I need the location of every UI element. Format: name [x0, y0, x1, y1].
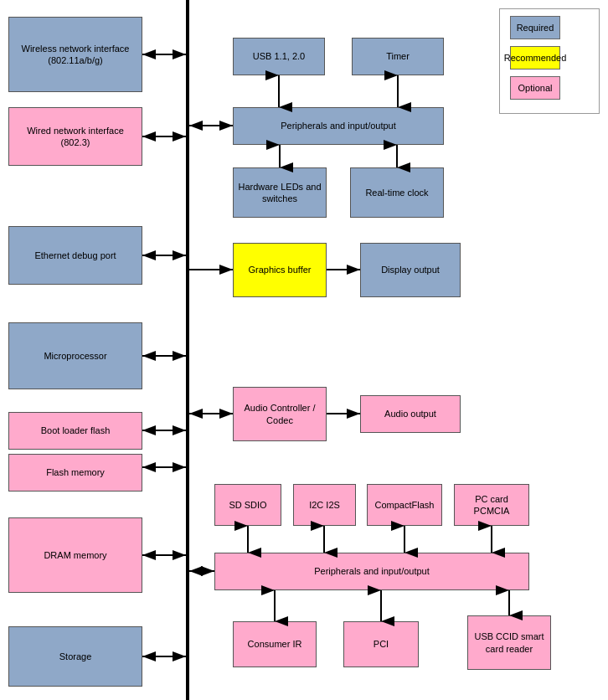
audio-controller-block: Audio Controller / Codec	[233, 387, 327, 441]
legend-box-recommended: Recommended	[510, 46, 560, 69]
legend-box-optional: Optional	[510, 76, 560, 100]
audio-output-block: Audio output	[360, 395, 461, 433]
hardware-leds-block: Hardware LEDs and switches	[233, 167, 327, 218]
ethernet-debug-block: Ethernet debug port	[8, 226, 142, 285]
peripherals-top-block: Peripherals and input/output	[233, 107, 444, 145]
legend-recommended: Recommended	[510, 46, 589, 69]
graphics-buffer-block: Graphics buffer	[233, 243, 327, 297]
dram-memory-block: DRAM memory	[8, 517, 142, 593]
usb-ccid-block: USB CCID smart card reader	[467, 615, 551, 670]
timer-block: Timer	[352, 38, 444, 75]
display-output-block: Display output	[360, 243, 461, 297]
usb-block: USB 1.1, 2.0	[233, 38, 325, 75]
microprocessor-block: Microprocessor	[8, 322, 142, 389]
storage-block: Storage	[8, 626, 142, 687]
legend-box-required: Required	[510, 16, 560, 39]
boot-loader-flash-block: Boot loader flash	[8, 412, 142, 450]
peripherals-bottom-block: Peripherals and input/output	[214, 553, 529, 590]
legend-required: Required	[510, 16, 589, 39]
consumer-ir-block: Consumer IR	[233, 621, 317, 667]
diagram-container: Required Recommended Optional Wireless n…	[0, 0, 608, 700]
pci-block: PCI	[343, 621, 419, 667]
pc-card-block: PC card PCMCIA	[454, 484, 529, 526]
wired-network-block: Wired network interface (802.3)	[8, 107, 142, 166]
legend-optional: Optional	[510, 76, 589, 100]
wireless-network-block: Wireless network interface (802.11a/b/g)	[8, 17, 142, 92]
legend: Required Recommended Optional	[499, 8, 600, 114]
bus-line	[186, 0, 189, 700]
realtime-clock-block: Real-time clock	[350, 167, 444, 218]
compactflash-block: CompactFlash	[367, 484, 442, 526]
flash-memory-block: Flash memory	[8, 454, 142, 492]
i2c-i2s-block: I2C I2S	[293, 484, 356, 526]
sd-sdio-block: SD SDIO	[214, 484, 281, 526]
